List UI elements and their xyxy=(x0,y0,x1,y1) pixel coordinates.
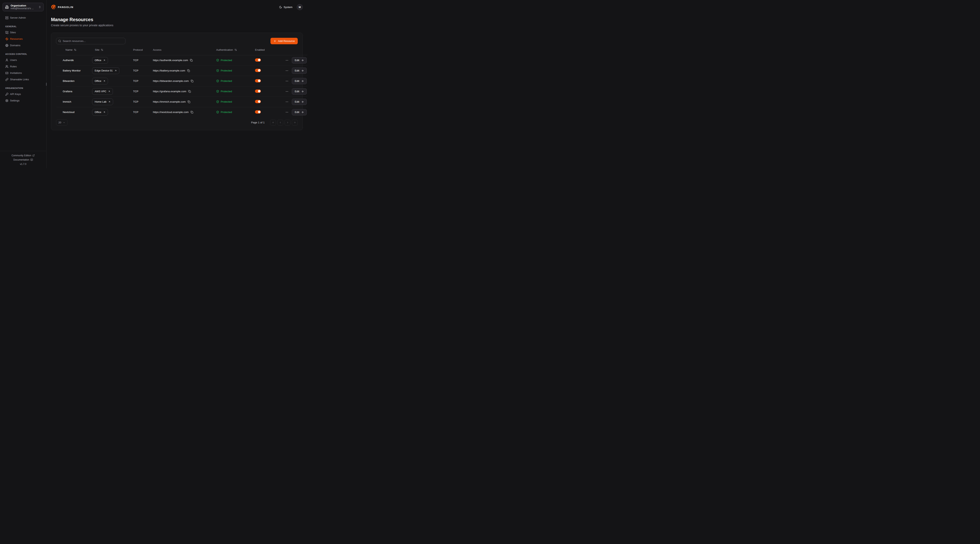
sidebar-item-settings[interactable]: Settings xyxy=(3,97,44,104)
edit-button[interactable]: Edit xyxy=(292,88,307,95)
first-page-button[interactable] xyxy=(270,120,276,125)
copy-url-button[interactable] xyxy=(188,100,190,103)
row-menu-button[interactable] xyxy=(285,79,288,82)
sidebar-item-server-admin[interactable]: Server Admin xyxy=(3,14,44,21)
enabled-toggle[interactable] xyxy=(255,100,261,103)
site-link-button[interactable]: Home Lab xyxy=(92,98,113,105)
sidebar-item-api-keys[interactable]: API Keys xyxy=(3,91,44,97)
site-link-button[interactable]: Office xyxy=(92,109,108,116)
org-selector-label: Organization xyxy=(11,4,37,7)
sidebar-item-label: Invitations xyxy=(10,71,22,75)
sort-header-authentication[interactable]: Authentication xyxy=(216,48,237,51)
copy-url-button[interactable] xyxy=(190,59,192,62)
sidebar-section-access-control: ACCESS CONTROL xyxy=(3,53,44,55)
avatar[interactable]: M xyxy=(297,4,303,10)
sidebar-item-roles[interactable]: Roles xyxy=(3,63,44,70)
enabled-toggle[interactable] xyxy=(255,69,261,72)
enabled-toggle[interactable] xyxy=(255,59,261,62)
resource-name: Nextcloud xyxy=(63,111,75,114)
sidebar-item-invitations[interactable]: Invitations xyxy=(3,70,44,76)
ellipsis-icon xyxy=(285,90,288,93)
edit-button[interactable]: Edit xyxy=(292,57,307,63)
row-menu-button[interactable] xyxy=(285,100,288,103)
copy-url-button[interactable] xyxy=(191,111,193,114)
edit-button[interactable]: Edit xyxy=(292,109,307,115)
arrow-up-down-icon xyxy=(74,49,76,51)
search-icon xyxy=(58,40,61,43)
row-menu-button[interactable] xyxy=(285,90,288,93)
pangolin-logo-icon xyxy=(51,5,56,10)
documentation-link[interactable]: Documentation xyxy=(0,158,46,162)
copy-url-button[interactable] xyxy=(188,90,191,93)
arrow-right-icon xyxy=(301,90,304,93)
auth-status-badge: Protected xyxy=(216,90,255,93)
gear-icon xyxy=(5,99,8,102)
edit-button-label: Edit xyxy=(295,79,299,82)
site-link-button[interactable]: AWS VPC xyxy=(92,88,113,95)
enabled-toggle[interactable] xyxy=(255,110,261,114)
resource-name: Authentik xyxy=(63,59,74,62)
site-link-button[interactable]: Office xyxy=(92,78,108,84)
enabled-toggle[interactable] xyxy=(255,89,261,93)
theme-toggle-button[interactable]: System xyxy=(279,6,293,9)
sidebar-item-label: API Keys xyxy=(10,93,21,95)
resource-url: https://authentik.example.com xyxy=(153,59,188,62)
last-page-button[interactable] xyxy=(292,120,298,125)
sidebar-item-shareable-links[interactable]: Shareable Links xyxy=(3,76,44,82)
community-edition-link[interactable]: Community Edition xyxy=(0,153,46,158)
shield-check-icon xyxy=(216,59,219,62)
search-input[interactable] xyxy=(56,38,126,44)
copy-url-button[interactable] xyxy=(187,69,190,72)
edit-button[interactable]: Edit xyxy=(292,78,307,84)
sidebar-item-domains[interactable]: Domains xyxy=(3,42,44,49)
chevron-left-icon xyxy=(279,121,282,124)
copy-icon xyxy=(188,90,191,93)
resource-url: https://nextcloud.example.com xyxy=(153,111,189,114)
resource-url: https://battery.example.com xyxy=(153,69,185,72)
user-icon xyxy=(5,59,8,62)
add-resource-button[interactable]: Add Resource xyxy=(270,38,298,44)
arrow-up-right-icon xyxy=(103,80,105,82)
chevrons-up-down-icon xyxy=(38,6,41,8)
header-access: Access xyxy=(153,48,162,51)
copy-icon xyxy=(191,80,194,82)
sidebar-item-label: Sites xyxy=(10,31,16,34)
sidebar-item-sites[interactable]: Sites xyxy=(3,29,44,36)
row-menu-button[interactable] xyxy=(285,59,288,62)
page-size-select[interactable]: 20 xyxy=(56,119,68,125)
sort-header-name[interactable]: Name xyxy=(65,48,76,51)
table-row: Nextcloud Office TCP https://nextcloud.e… xyxy=(56,107,307,117)
copy-url-button[interactable] xyxy=(191,80,194,82)
table-row: Grafana AWS VPC TCP https://grafana.exam… xyxy=(56,86,307,97)
edit-button[interactable]: Edit xyxy=(292,99,307,105)
next-page-button[interactable] xyxy=(285,120,291,125)
resources-card: Add Resource Name xyxy=(51,33,303,130)
site-link-button[interactable]: Office xyxy=(92,57,108,63)
table-row: Immich Home Lab TCP https://immich.examp… xyxy=(56,97,307,107)
org-selector[interactable]: Organization milo@fossorial.io's ... xyxy=(3,3,44,11)
row-menu-button[interactable] xyxy=(285,69,288,72)
resource-protocol: TCP xyxy=(133,59,138,62)
edit-button[interactable]: Edit xyxy=(292,68,307,74)
auth-status-badge: Protected xyxy=(216,59,255,62)
copy-icon xyxy=(187,69,190,72)
prev-page-button[interactable] xyxy=(277,120,283,125)
globe-icon xyxy=(5,44,8,47)
shield-check-icon xyxy=(216,111,219,114)
waypoints-icon xyxy=(5,37,8,41)
resource-url: https://grafana.example.com xyxy=(153,90,186,93)
sort-header-site[interactable]: Site xyxy=(95,48,103,51)
sidebar-item-users[interactable]: Users xyxy=(3,57,44,63)
resource-name: Battery Monitor xyxy=(63,69,81,72)
site-link-button[interactable]: Edge Device 01 xyxy=(92,67,119,74)
plus-icon xyxy=(274,40,276,43)
arrow-right-icon xyxy=(301,100,304,103)
enabled-toggle[interactable] xyxy=(255,79,261,82)
sidebar-resize-handle[interactable] xyxy=(46,82,47,86)
chevrons-left-icon xyxy=(272,121,274,124)
arrow-up-down-icon xyxy=(234,49,237,51)
row-menu-button[interactable] xyxy=(285,111,288,114)
book-open-icon xyxy=(30,159,33,161)
table-header-row: Name Site xyxy=(56,45,307,55)
sidebar-item-resources[interactable]: Resources xyxy=(3,36,44,42)
